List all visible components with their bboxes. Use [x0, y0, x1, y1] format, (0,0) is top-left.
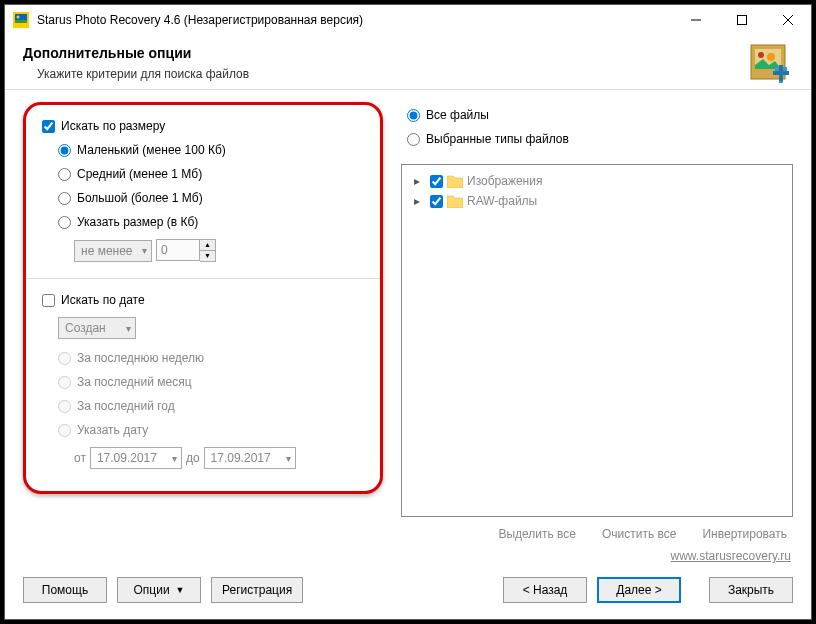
site-link[interactable]: www.starusrecovery.ru	[671, 549, 791, 563]
folder-icon	[447, 194, 463, 208]
page-subtitle: Укажите критерии для поиска файлов	[23, 67, 249, 81]
title-text: Starus Photo Recovery 4.6 (Незарегистрир…	[37, 13, 673, 27]
size-custom-label: Указать размер (в Кб)	[77, 215, 198, 229]
wizard-header: Дополнительные опции Укажите критерии дл…	[5, 35, 811, 90]
date-to-input[interactable]: 17.09.2017	[204, 447, 296, 469]
tree-label-raw: RAW-файлы	[467, 194, 537, 208]
size-medium-label: Средний (менее 1 Мб)	[77, 167, 202, 181]
svg-point-2	[17, 16, 20, 19]
back-button[interactable]: < Назад	[503, 577, 587, 603]
svg-rect-5	[738, 16, 747, 25]
app-window: Starus Photo Recovery 4.6 (Незарегистрир…	[4, 4, 812, 620]
app-icon	[13, 12, 29, 28]
search-by-date-label: Искать по дате	[61, 293, 145, 307]
tree-checkbox-raw[interactable]	[430, 195, 443, 208]
options-button[interactable]: Опции▼	[117, 577, 201, 603]
help-button[interactable]: Помощь	[23, 577, 107, 603]
size-section: Искать по размеру Маленький (менее 100 К…	[38, 115, 368, 270]
svg-rect-13	[773, 71, 789, 75]
date-from-input[interactable]: 17.09.2017	[90, 447, 182, 469]
invert-link[interactable]: Инвертировать	[702, 527, 787, 541]
size-small-radio[interactable]	[58, 144, 71, 157]
folder-icon	[447, 174, 463, 188]
tree-row-images[interactable]: ▸ Изображения	[408, 171, 786, 191]
tree-checkbox-images[interactable]	[430, 175, 443, 188]
search-by-size-checkbox[interactable]	[42, 120, 55, 133]
page-title: Дополнительные опции	[23, 45, 249, 61]
date-month-label: За последний месяц	[77, 375, 192, 389]
next-button[interactable]: Далее >	[597, 577, 681, 603]
maximize-button[interactable]	[719, 5, 765, 35]
date-custom-label: Указать дату	[77, 423, 148, 437]
tree-label-images: Изображения	[467, 174, 542, 188]
footer: Помощь Опции▼ Регистрация < Назад Далее …	[5, 567, 811, 619]
titlebar[interactable]: Starus Photo Recovery 4.6 (Незарегистрир…	[5, 5, 811, 35]
size-small-label: Маленький (менее 100 Кб)	[77, 143, 226, 157]
spin-down-button[interactable]: ▼	[200, 251, 215, 262]
highlighted-region: Искать по размеру Маленький (менее 100 К…	[23, 102, 383, 494]
file-types-tree[interactable]: ▸ Изображения ▸ RAW-файлы	[401, 164, 793, 517]
selected-types-radio[interactable]	[407, 133, 420, 146]
select-all-link[interactable]: Выделить все	[498, 527, 576, 541]
svg-point-11	[767, 53, 775, 61]
date-year-radio[interactable]	[58, 400, 71, 413]
date-year-label: За последний год	[77, 399, 175, 413]
date-week-label: За последнюю неделю	[77, 351, 204, 365]
date-type-combo[interactable]: Создан	[58, 317, 136, 339]
date-month-radio[interactable]	[58, 376, 71, 389]
size-large-label: Большой (более 1 Мб)	[77, 191, 203, 205]
search-by-date-checkbox[interactable]	[42, 294, 55, 307]
minimize-button[interactable]	[673, 5, 719, 35]
all-files-label: Все файлы	[426, 108, 489, 122]
size-value-input[interactable]	[156, 239, 200, 261]
search-by-size-label: Искать по размеру	[61, 119, 165, 133]
close-wizard-button[interactable]: Закрыть	[709, 577, 793, 603]
all-files-radio[interactable]	[407, 109, 420, 122]
clear-all-link[interactable]: Очистить все	[602, 527, 676, 541]
date-from-label: от	[74, 451, 86, 465]
svg-point-10	[758, 52, 764, 58]
register-button[interactable]: Регистрация	[211, 577, 303, 603]
svg-rect-3	[15, 20, 27, 23]
tree-row-raw[interactable]: ▸ RAW-файлы	[408, 191, 786, 211]
size-large-radio[interactable]	[58, 192, 71, 205]
date-to-label: до	[186, 451, 200, 465]
size-medium-radio[interactable]	[58, 168, 71, 181]
date-week-radio[interactable]	[58, 352, 71, 365]
expand-icon[interactable]: ▸	[414, 174, 426, 188]
size-custom-radio[interactable]	[58, 216, 71, 229]
expand-icon[interactable]: ▸	[414, 194, 426, 208]
close-button[interactable]	[765, 5, 811, 35]
selected-types-label: Выбранные типы файлов	[426, 132, 569, 146]
size-condition-combo[interactable]: не менее	[74, 240, 152, 262]
chevron-down-icon: ▼	[176, 585, 185, 595]
spin-up-button[interactable]: ▲	[200, 240, 215, 251]
date-section: Искать по дате Создан За последнюю недел…	[38, 289, 368, 473]
date-custom-radio[interactable]	[58, 424, 71, 437]
photo-icon	[749, 43, 793, 87]
